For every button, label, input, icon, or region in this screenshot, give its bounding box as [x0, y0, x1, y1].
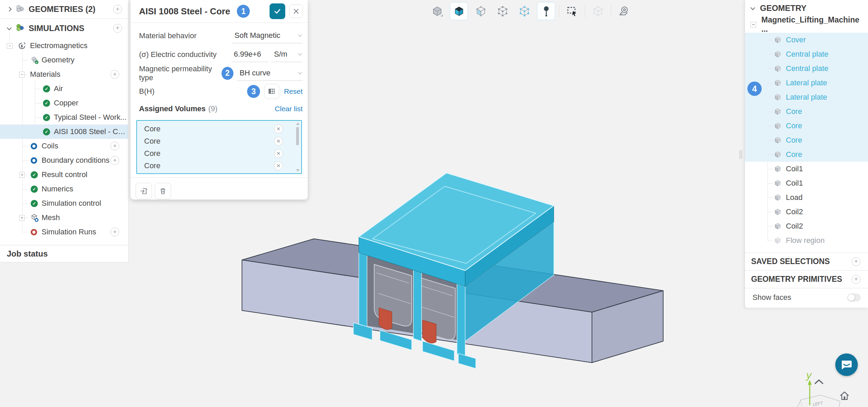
check-circle-icon [43, 128, 50, 135]
part-row-core[interactable]: Core [745, 104, 868, 119]
geometry-primitives-section[interactable]: GEOMETRY PRIMITIVES [745, 270, 868, 288]
reset-link[interactable]: Reset [284, 87, 303, 96]
sidebar-item-geometry[interactable]: Geometry [0, 53, 128, 67]
part-row-lateral-plate[interactable]: Lateral plate [745, 90, 868, 104]
part-row-coil2[interactable]: Coil2 [745, 205, 868, 219]
sidebar-item-coils[interactable]: Coils [0, 139, 128, 153]
show-faces-toggle[interactable] [848, 294, 861, 301]
chevron-up-icon[interactable] [814, 379, 824, 385]
panel-header: AISI 1008 Steel - Core 1 [131, 0, 308, 23]
job-status-label: Job status [7, 249, 48, 259]
sidebar-item-air[interactable]: Air [0, 82, 128, 96]
confirm-button[interactable] [270, 3, 285, 19]
cube-icon [774, 107, 782, 116]
simulations-section-header[interactable]: SIMULATIONS [0, 19, 128, 38]
scroll-down-arrow[interactable] [296, 169, 300, 172]
remove-volume-button[interactable] [274, 149, 283, 158]
collapse-box[interactable] [7, 43, 13, 49]
part-row-coil2[interactable]: Coil2 [745, 219, 868, 233]
expand-box[interactable] [19, 172, 25, 178]
probe-point-icon[interactable] [537, 2, 555, 20]
part-row-flow-region[interactable]: Flow region [745, 233, 868, 248]
sidebar-item-typical-steel[interactable]: Typical Steel - Work... [0, 110, 128, 125]
sidebar-item-simulation-control[interactable]: Simulation control [0, 196, 128, 210]
list-scrollbar[interactable] [295, 122, 300, 172]
assigned-volume-row[interactable]: Core [137, 160, 301, 172]
material-behavior-select[interactable]: Soft Magnetic [232, 28, 303, 43]
remove-volume-button[interactable] [274, 137, 283, 146]
home-icon[interactable] [839, 391, 850, 401]
delete-button[interactable] [155, 183, 171, 199]
chevron-right-icon[interactable] [7, 7, 12, 12]
right-panel-resize-grip[interactable] [740, 150, 742, 159]
clear-list-link[interactable]: Clear list [275, 105, 303, 113]
sidebar-item-simulation-runs[interactable]: Simulation Runs [0, 225, 128, 239]
chevron-down-icon[interactable] [7, 25, 12, 30]
chat-button[interactable] [835, 353, 858, 376]
box-select-icon[interactable] [563, 2, 581, 20]
sidebar-item-materials[interactable]: Materials [0, 67, 128, 82]
sidebar-item-mesh[interactable]: Mesh [0, 210, 128, 225]
chat-bubble-icon [841, 359, 852, 370]
electric-conductivity-input[interactable]: 6.99e+6 [231, 47, 269, 62]
close-button[interactable] [289, 4, 303, 18]
part-row-core[interactable]: Core [745, 119, 868, 133]
assigned-volume-row[interactable]: Core [137, 135, 301, 147]
bh-table-button[interactable] [264, 84, 279, 99]
geometry-header-label: GEOMETRY [760, 3, 806, 13]
assigned-volume-row[interactable]: Core [137, 147, 301, 160]
conductivity-unit-select[interactable]: S/m [271, 47, 303, 62]
permeability-type-select[interactable]: BH curve [237, 66, 303, 81]
assigned-volumes-count: (9) [208, 104, 217, 113]
part-row-cover[interactable]: Cover [745, 33, 868, 47]
start-run-button[interactable] [110, 228, 119, 236]
geometry-icon [31, 56, 39, 64]
job-status-section[interactable]: Job status [0, 245, 128, 262]
part-row-central-plate[interactable]: Central plate [745, 61, 868, 76]
add-coil-button[interactable] [110, 142, 119, 150]
select-vertex-icon[interactable] [515, 2, 533, 20]
part-row-lateral-plate[interactable]: Lateral plate [745, 76, 868, 90]
cube-icon [774, 165, 782, 173]
assigned-volume-row[interactable]: Core [137, 123, 301, 135]
part-row-core[interactable]: Core [745, 147, 868, 162]
remove-volume-button[interactable] [274, 125, 283, 133]
sidebar-item-aisi-1008-steel-core[interactable]: AISI 1008 Steel - Core [0, 125, 128, 139]
part-row-central-plate[interactable]: Central plate [745, 47, 868, 61]
toolbar-separator [559, 5, 559, 17]
add-saved-selection-button[interactable] [852, 257, 861, 266]
part-row-coil1[interactable]: Coil1 [745, 176, 868, 190]
measure-tape-icon[interactable] [615, 2, 633, 20]
show-faces-row: Show faces [745, 288, 868, 307]
sidebar-item-electromagnetics[interactable]: Electromagnetics [0, 39, 128, 53]
geometry-root-item[interactable]: Magnetic_Lifting_Machine ... [745, 16, 868, 33]
add-simulation-button[interactable] [113, 24, 122, 33]
geometry-section-header[interactable]: GEOMETRY [745, 0, 868, 16]
sidebar-item-numerics[interactable]: Numerics [0, 182, 128, 196]
part-row-coil1[interactable]: Coil1 [745, 162, 868, 176]
add-geometry-button[interactable] [113, 5, 122, 14]
saved-selections-section[interactable]: SAVED SELECTIONS [745, 252, 868, 270]
add-geometry-primitive-button[interactable] [852, 275, 861, 284]
add-material-button[interactable] [110, 70, 119, 79]
solid-volume-icon[interactable] [428, 2, 446, 20]
remove-volume-button[interactable] [274, 161, 283, 170]
part-row-core[interactable]: Core [745, 133, 868, 147]
add-boundary-condition-button[interactable] [110, 156, 119, 165]
import-selection-button[interactable] [136, 183, 152, 199]
scrollbar-thumb[interactable] [296, 127, 299, 145]
mesh-select-disabled-icon [589, 2, 607, 20]
select-face-icon[interactable] [472, 2, 490, 20]
part-row-load[interactable]: Load [745, 190, 868, 205]
sidebar-item-boundary-conditions[interactable]: Boundary conditions [0, 153, 128, 168]
scroll-up-arrow[interactable] [296, 122, 300, 125]
geometries-section-header[interactable]: GEOMETRIES (2) [0, 0, 128, 19]
chevron-down-icon[interactable] [750, 5, 755, 10]
sidebar-item-copper[interactable]: Copper [0, 96, 128, 110]
collapse-box[interactable] [750, 22, 756, 28]
select-edge-icon[interactable] [493, 2, 512, 20]
collapse-box[interactable] [19, 72, 25, 77]
select-volume-icon[interactable] [450, 2, 468, 20]
sidebar-item-result-control[interactable]: Result control [0, 168, 128, 182]
expand-box[interactable] [19, 215, 25, 221]
